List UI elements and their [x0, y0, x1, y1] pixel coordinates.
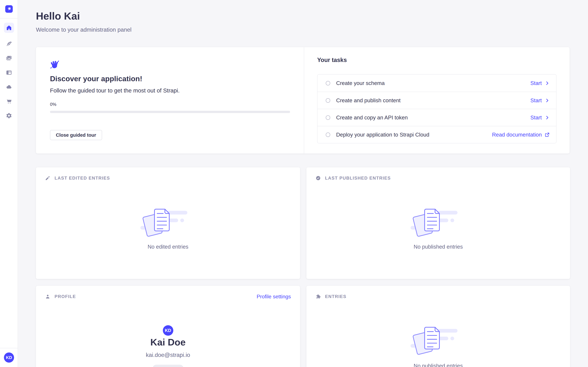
page-title: Hello Kai — [36, 10, 80, 22]
page-subtitle: Welcome to your administration panel — [36, 26, 131, 33]
task-start-link[interactable]: Start — [530, 97, 550, 104]
empty-state-message: No published entries — [306, 244, 570, 250]
sidebar-item-home[interactable] — [4, 23, 14, 33]
widget-title: LAST PUBLISHED ENTRIES — [325, 176, 391, 181]
home-icon — [6, 25, 12, 31]
gear-icon — [6, 113, 12, 119]
profile-card: PROFILE Profile settings KD Kai Doe kai.… — [36, 286, 300, 367]
task-label: Create and publish content — [336, 97, 400, 104]
task-label: Deploy your application to Strapi Cloud — [336, 132, 429, 138]
widget-header: ENTRIES — [316, 294, 346, 299]
sidebar-item-content-type-builder[interactable] — [4, 67, 14, 78]
sidebar-divider-bottom — [0, 348, 18, 348]
guided-tour-section: Discover your application! Follow the gu… — [36, 47, 304, 153]
feather-icon — [6, 41, 12, 47]
strapi-logo[interactable] — [5, 5, 13, 13]
widget-header: LAST PUBLISHED ENTRIES — [316, 175, 391, 181]
task-status-circle — [326, 115, 330, 120]
strapi-logo-icon — [5, 5, 13, 13]
your-tasks-section: Your tasks Create your schema Start Crea… — [304, 47, 570, 153]
task-label: Create your schema — [336, 80, 385, 86]
task-row-publish-content: Create and publish content Start — [318, 92, 556, 109]
profile-email: kai.doe@strapi.io — [36, 352, 300, 358]
external-link-icon — [545, 132, 550, 137]
pencil-icon — [45, 175, 50, 181]
task-list: Create your schema Start Create and publ… — [317, 74, 556, 143]
widget-header: PROFILE — [45, 294, 76, 299]
sidebar-item-media-library[interactable] — [4, 53, 14, 63]
widget-title: PROFILE — [55, 294, 76, 299]
guided-tour-subtitle: Follow the guided tour to get the most o… — [50, 87, 180, 94]
cloud-icon — [6, 84, 12, 90]
chevron-right-icon — [545, 81, 550, 86]
cart-icon — [6, 98, 12, 104]
profile-name: Kai Doe — [36, 337, 300, 348]
task-status-circle — [326, 133, 330, 137]
task-row-api-token: Create and copy an API token Start — [318, 109, 556, 126]
last-edited-entries-card: LAST EDITED ENTRIES No edited entries — [36, 167, 300, 279]
sidebar-item-marketplace[interactable] — [4, 96, 14, 106]
layout-icon — [6, 69, 12, 76]
widget-title: LAST EDITED ENTRIES — [55, 176, 110, 181]
check-circle-icon — [316, 175, 321, 181]
progress-label: 0% — [50, 102, 56, 107]
waving-hand-icon — [50, 60, 60, 69]
profile-avatar: KD — [163, 325, 173, 336]
chevron-right-icon — [545, 115, 550, 120]
empty-state-message: No edited entries — [36, 244, 300, 250]
strapi-admin-dashboard: KD Hello Kai Welcome to your administrat… — [0, 0, 588, 367]
task-status-circle — [326, 98, 330, 103]
task-start-link[interactable]: Start — [530, 80, 550, 86]
documents-illustration — [410, 208, 466, 239]
sidebar-divider-top — [0, 18, 18, 18]
task-status-circle — [326, 81, 330, 85]
last-published-entries-card: LAST PUBLISHED ENTRIES No published entr… — [306, 167, 570, 279]
sidebar-item-settings[interactable] — [4, 111, 14, 121]
progress-bar — [50, 111, 290, 113]
widget-title: ENTRIES — [325, 294, 346, 299]
sidebar-item-content-manager[interactable] — [4, 39, 14, 49]
entries-card: ENTRIES No published entries — [306, 286, 570, 367]
task-row-deploy-cloud: Deploy your application to Strapi Cloud … — [318, 126, 556, 143]
profile-action-button[interactable] — [153, 365, 184, 367]
puzzle-icon — [316, 294, 321, 299]
empty-state-message: No published entries — [306, 363, 570, 367]
sidebar: KD — [0, 0, 18, 367]
task-label: Create and copy an API token — [336, 115, 408, 121]
profile-settings-link[interactable]: Profile settings — [257, 294, 291, 300]
documents-illustration — [410, 326, 466, 357]
guided-tour-card: Discover your application! Follow the gu… — [36, 47, 570, 153]
task-row-create-schema: Create your schema Start — [318, 75, 556, 92]
task-start-link[interactable]: Start — [530, 115, 550, 121]
chevron-right-icon — [545, 98, 550, 103]
widget-header: LAST EDITED ENTRIES — [45, 175, 110, 181]
documents-illustration — [140, 208, 196, 239]
person-icon — [45, 294, 50, 299]
task-read-documentation-link[interactable]: Read documentation — [492, 132, 550, 138]
user-avatar[interactable]: KD — [4, 352, 14, 363]
tasks-title: Your tasks — [317, 57, 347, 63]
close-guided-tour-button[interactable]: Close guided tour — [50, 130, 102, 140]
images-icon — [6, 55, 12, 61]
sidebar-item-deploy[interactable] — [4, 82, 14, 92]
guided-tour-title: Discover your application! — [50, 75, 142, 83]
